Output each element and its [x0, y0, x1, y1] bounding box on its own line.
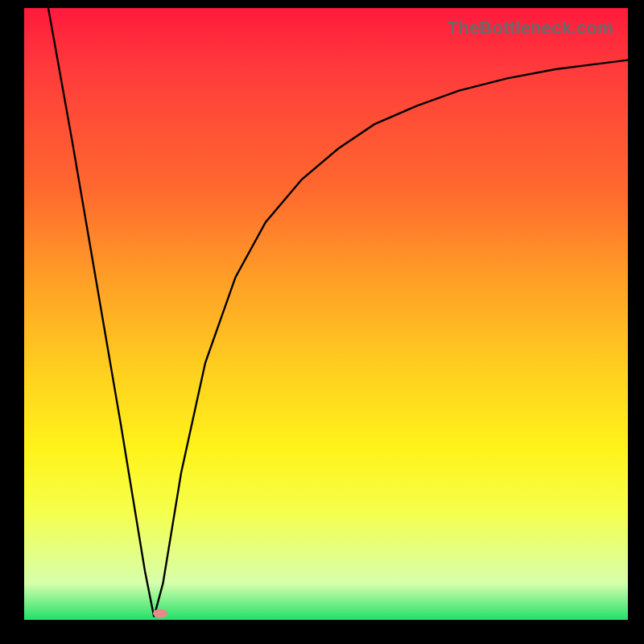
bottleneck-curve	[24, 8, 628, 620]
curve-line	[48, 8, 628, 617]
plot-area: TheBottleneck.com	[24, 8, 628, 620]
optimum-marker-icon	[153, 609, 167, 618]
chart-container: TheBottleneck.com	[0, 0, 644, 644]
